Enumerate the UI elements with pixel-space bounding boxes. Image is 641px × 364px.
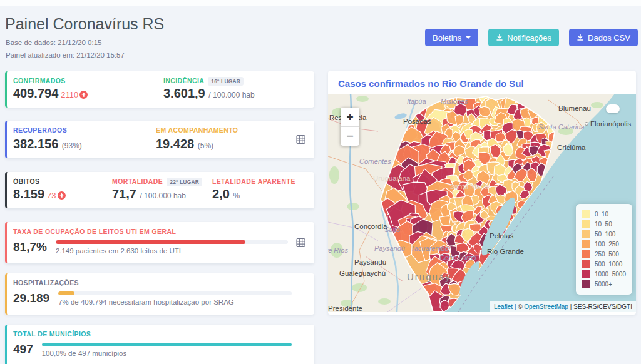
municipios-desc: 100,0% de 497 municípios (42, 350, 292, 357)
recuperados-value: 382.156 (93%) (13, 137, 156, 153)
map-place-label: Paysandú (354, 258, 386, 266)
uti-label: TAXA DE OCUPAÇÃO DE LEITOS UTI EM GERAL (13, 228, 307, 235)
legend-swatch (582, 230, 590, 238)
chevron-down-icon (466, 36, 471, 39)
card-obitos: ÓBITOS 8.15973 MORTALIDADE22º LUGAR 71,7… (5, 172, 314, 208)
legend-row: 100–250 (582, 240, 626, 249)
legend-swatch (582, 280, 590, 288)
notificacoes-button[interactable]: Notificações (488, 29, 559, 46)
mortalidade-label: MORTALIDADE22º LUGAR (112, 178, 212, 185)
legend-swatch (582, 220, 590, 228)
recuperados-label: RECUPERADOS (13, 126, 156, 134)
hospitalizacoes-progress-fill (58, 291, 74, 295)
arrow-up-circle-icon (79, 88, 88, 101)
map-place-label: Posadas (403, 118, 431, 125)
legend-row: 0–10 (582, 210, 626, 219)
map-place-label: Salto (384, 226, 400, 233)
database-date: Base de dados: 21/12/20 0:15 (6, 39, 101, 46)
uti-progress-track (56, 240, 288, 244)
municipios-progress-track (42, 343, 292, 346)
municipios-label: TOTAL DE MUNICÍPIOS (13, 330, 307, 338)
card-recuperados: RECUPERADOS 382.156 (93%) EM ACOMPANHAME… (5, 121, 314, 158)
legend-row: 500–1000 (582, 260, 626, 269)
arrow-up-circle-icon (58, 188, 66, 202)
dados-csv-button[interactable]: Dados CSV (569, 29, 638, 46)
legend-label: 1000–5000 (595, 271, 626, 278)
download-icon (577, 34, 584, 41)
page-title: Painel Coronavírus RS (5, 15, 164, 33)
map-place-label: Florianópolis (590, 120, 631, 128)
confirmados-label: CONFIRMADOS (13, 77, 163, 84)
map-place-label: Itapúa (407, 98, 426, 105)
legend-row: 50–100 (582, 230, 626, 239)
map-card: Casos confirmados no Rio Grande do Sul R… (328, 71, 636, 315)
hospitalizacoes-progress-track (58, 291, 292, 295)
legend-label: 500–1000 (595, 261, 623, 268)
mortalidade-rank-badge: 22º LUGAR (167, 178, 202, 186)
legend-label: 5000+ (595, 281, 612, 288)
map-attribution: Leaflet | © OpenStreetMap | SES-RS/CEVS/… (490, 301, 636, 312)
acompanhamento-label: EM ACOMPANHAMENTO (156, 126, 238, 134)
map-place-label: Santa Maria (449, 183, 489, 190)
hospitalizacoes-label: HOSPITALIZAÇÕES (13, 279, 307, 286)
top-strip (0, 0, 641, 6)
municipios-progress-fill (42, 343, 292, 346)
map-place-label: Blumenau (558, 104, 591, 112)
incidencia-value: 3.601,9 / 100.000 hab (163, 86, 255, 102)
card-confirmados: CONFIRMADOS 409.7942110 INCIDÊNCIA16º LU… (5, 71, 314, 108)
card-municipios: TOTAL DE MUNICÍPIOS 497 100,0% de 497 mu… (5, 325, 314, 364)
map-place-label: Uruguaiana (373, 174, 411, 182)
map-place-label: Entre Ríos (328, 246, 348, 254)
map-place-label: Tacuarembó (411, 245, 449, 252)
map-area: ResistenciaItapúaMisionesPosadasBlumenau… (328, 94, 636, 312)
map-place-label: Presidente (328, 305, 362, 312)
layers-control-collapsed[interactable] (606, 104, 620, 113)
legend-row: 5000+ (582, 280, 626, 289)
incidencia-rank-badge: 16º LUGAR (208, 77, 244, 86)
map-place-label: Concordia (354, 223, 387, 230)
confirmados-value: 409.7942110 (13, 86, 163, 102)
table-grid-icon[interactable] (296, 135, 305, 144)
legend-row: 1000–5000 (582, 270, 626, 279)
map-place-label: Gualeguaychú (339, 270, 386, 277)
zoom-in-button[interactable]: + (341, 108, 359, 127)
legend-label: 250–500 (595, 251, 619, 258)
notificacoes-label: Notificações (507, 33, 551, 43)
confirmados-delta: 2110 (61, 90, 78, 99)
map-place-label: Criciúma (557, 144, 586, 151)
map-place-label: Corrientes (359, 158, 391, 165)
uti-value: 81,7% (13, 240, 47, 254)
legend-row: 10–50 (582, 220, 626, 229)
legend-swatch (582, 270, 590, 278)
map-title: Casos confirmados no Rio Grande do Sul (328, 71, 636, 94)
osm-link[interactable]: OpenStreetMap (524, 303, 568, 310)
map-legend: 0–1010–5050–100100–250250–500500–1000100… (576, 204, 632, 295)
download-icon (496, 34, 503, 41)
acompanhamento-value: 19.428 (5%) (156, 137, 238, 153)
legend-swatch (582, 240, 590, 248)
obitos-value: 8.15973 (13, 187, 112, 203)
uti-desc: 2.149 pacientes em 2.630 leitos de UTI (56, 247, 288, 255)
hospitalizacoes-value: 29.189 (13, 291, 49, 305)
legend-label: 0–10 (595, 211, 608, 218)
map-place-label: Misiones (441, 98, 468, 105)
uti-progress-fill (56, 240, 245, 244)
zoom-out-button[interactable]: − (341, 127, 359, 146)
card-hospitalizacoes: HOSPITALIZAÇÕES 29.189 7% de 409.794 nec… (5, 273, 314, 315)
updated-date: Painel atualizado em: 21/12/20 15:57 (6, 51, 125, 59)
legend-row: 250–500 (582, 250, 626, 259)
letalidade-value: 2,0 % (212, 187, 295, 203)
attribution-org: SES-RS/CEVS/DGTI (573, 303, 632, 310)
dados-csv-label: Dados CSV (588, 33, 630, 43)
table-grid-icon[interactable] (296, 238, 305, 248)
obitos-label: ÓBITOS (13, 178, 112, 185)
leaflet-link[interactable]: Leaflet (494, 303, 513, 310)
map-place-label: Uruguay (407, 271, 451, 282)
legend-label: 100–250 (595, 241, 619, 248)
boletins-button[interactable]: Boletins (425, 29, 478, 46)
incidencia-label: INCIDÊNCIA16º LUGAR (163, 77, 255, 84)
legend-swatch (582, 250, 590, 258)
boletins-label: Boletins (433, 33, 461, 43)
legend-label: 50–100 (595, 231, 615, 238)
map-zoom-control: + − (341, 108, 359, 146)
